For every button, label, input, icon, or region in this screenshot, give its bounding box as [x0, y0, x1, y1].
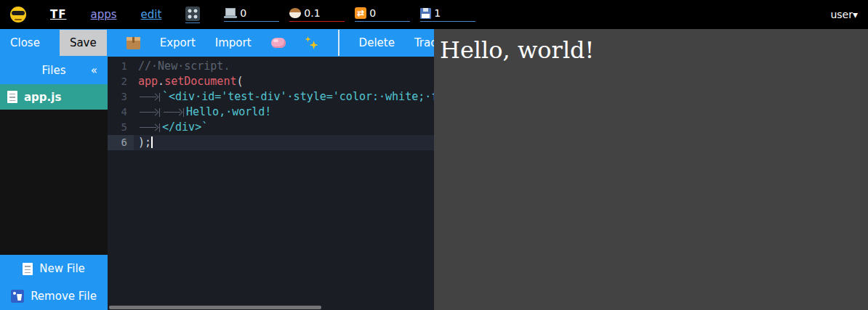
- code-token: Hello,·world!: [186, 105, 271, 118]
- tab-marker: [162, 108, 184, 117]
- horizontal-scrollbar-thumb[interactable]: [109, 306, 321, 309]
- line-content: </div>`: [134, 120, 434, 135]
- toolbar-save-button[interactable]: Save: [60, 30, 107, 56]
- workspace: Files « app.js New FileRemove File 1//·N…: [0, 57, 434, 310]
- line-content: app.setDocument(: [134, 74, 434, 89]
- files-header: Files «: [0, 57, 108, 84]
- file-item-app.js[interactable]: app.js: [0, 84, 108, 110]
- code-line-4: 4Hello,·world!: [108, 105, 434, 120]
- file-list: app.js: [0, 84, 108, 110]
- line-number: 5: [108, 120, 134, 135]
- counter-repeat[interactable]: 0: [355, 7, 410, 22]
- sidebar-collapse-button[interactable]: «: [91, 57, 97, 84]
- page-icon: [7, 91, 17, 103]
- counter-hamster-value: 0.1: [304, 7, 320, 19]
- nav-edit-link[interactable]: edit: [141, 8, 162, 21]
- file-item-label: app.js: [24, 91, 61, 104]
- counter-cpu[interactable]: 0: [224, 7, 279, 22]
- soap-icon: [271, 38, 286, 48]
- tab-marker: [138, 108, 160, 117]
- preview-heading: Hello, world!: [440, 36, 868, 64]
- editor-pane: CloseSaveExportImportDeleteTrace Files «…: [0, 29, 434, 310]
- toolbar-soap-button[interactable]: [271, 38, 286, 48]
- user-menu[interactable]: user▾: [830, 9, 858, 20]
- code-lines: 1//·New·script.2app.setDocument(3`<div·i…: [108, 59, 434, 150]
- sunglasses-face-icon: [10, 7, 26, 23]
- repeat-icon: [355, 7, 366, 19]
- hamster-icon: [289, 8, 301, 18]
- remove-file-label: Remove File: [31, 290, 97, 303]
- main-area: CloseSaveExportImportDeleteTrace Files «…: [0, 29, 868, 310]
- page-icon: [23, 263, 33, 275]
- brand-link[interactable]: TF: [50, 8, 66, 21]
- nav-apps-link[interactable]: apps: [90, 8, 116, 21]
- toolbar-delete-button[interactable]: Delete: [359, 36, 395, 49]
- code-line-2: 2app.setDocument(: [108, 74, 434, 89]
- horizontal-scrollbar: [108, 304, 434, 310]
- sidebar-empty-area: [0, 110, 108, 255]
- litter-bin-icon: [11, 290, 24, 303]
- line-content: //·New·script.: [134, 59, 434, 74]
- tab-marker: [138, 123, 160, 132]
- new-file-label: New File: [39, 262, 85, 275]
- line-content: );: [134, 135, 434, 150]
- line-number: 4: [108, 105, 134, 120]
- toolbar-empty-button[interactable]: [338, 30, 339, 56]
- topbar: TF apps edit 00.101 user▾: [0, 0, 868, 29]
- code-token: </div>`: [162, 121, 208, 134]
- toolbar-sparkles-button[interactable]: [305, 36, 318, 49]
- sidebar-actions: New FileRemove File: [0, 255, 108, 310]
- text-cursor: [151, 136, 153, 148]
- code-token: app: [138, 75, 158, 88]
- line-content: Hello,·world!: [134, 105, 434, 120]
- code-token: //·New·script.: [138, 60, 230, 73]
- preview-pane: Hello, world!: [434, 29, 868, 310]
- laptop-icon: [224, 8, 237, 19]
- status-counters: 00.101: [224, 7, 475, 22]
- package-icon: [126, 37, 140, 49]
- tab-marker: [138, 93, 160, 102]
- toolbar-close-button[interactable]: Close: [10, 36, 40, 49]
- counter-cpu-value: 0: [240, 7, 246, 19]
- sparkles-icon: [305, 36, 318, 49]
- new-file-button[interactable]: New File: [0, 255, 108, 282]
- control-knobs-link[interactable]: [185, 7, 200, 23]
- counter-saves[interactable]: 1: [420, 7, 475, 22]
- control-knobs-icon: [185, 7, 200, 21]
- code-token: (: [236, 75, 243, 88]
- line-content: `<div·id='test-div'·style='color:·white;…: [134, 89, 434, 105]
- counter-saves-value: 1: [434, 7, 441, 19]
- code-editor[interactable]: 1//·New·script.2app.setDocument(3`<div·i…: [108, 57, 434, 310]
- code-line-5: 5</div>`: [108, 120, 434, 135]
- floppy-disk-icon: [420, 8, 431, 19]
- code-token: );: [138, 136, 151, 149]
- remove-file-button[interactable]: Remove File: [0, 282, 108, 310]
- line-number: 1: [108, 59, 134, 74]
- line-number: 6: [108, 135, 134, 150]
- toolbar: CloseSaveExportImportDeleteTrace: [0, 29, 434, 57]
- code-token: `<div·id='test-div'·style='color:·white;…: [162, 90, 434, 103]
- counter-repeat-value: 0: [369, 7, 376, 19]
- code-line-6: 6);: [108, 135, 434, 150]
- counter-hamster[interactable]: 0.1: [289, 7, 345, 22]
- code-token: .: [158, 75, 164, 88]
- line-number: 2: [108, 74, 134, 89]
- toolbar-import-button[interactable]: Import: [215, 36, 252, 49]
- toolbar-package-button[interactable]: [126, 37, 140, 49]
- code-line-3: 3`<div·id='test-div'·style='color:·white…: [108, 89, 434, 105]
- file-sidebar: Files « app.js New FileRemove File: [0, 57, 108, 310]
- code-line-1: 1//·New·script.: [108, 59, 434, 74]
- files-header-title: Files: [42, 64, 66, 77]
- line-number: 3: [108, 89, 134, 105]
- toolbar-export-button[interactable]: Export: [160, 36, 196, 49]
- code-token: setDocument: [164, 75, 236, 88]
